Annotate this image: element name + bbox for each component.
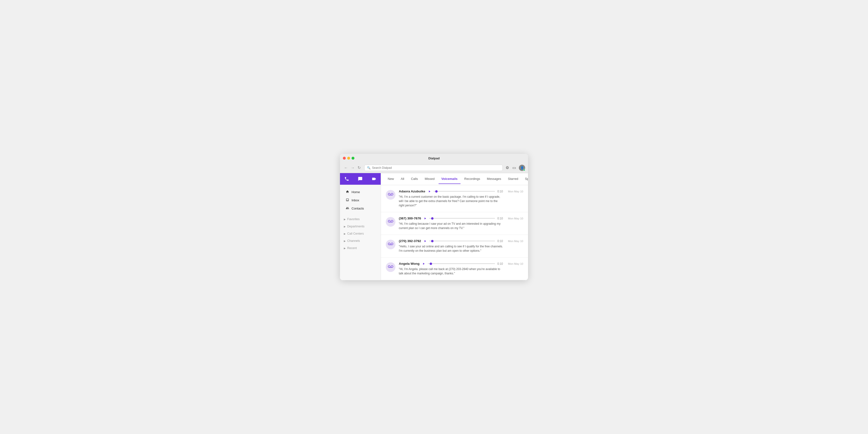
sidebar-phone-button[interactable]: [340, 173, 353, 185]
chevron-recent-icon: ▶: [344, 247, 346, 250]
sidebar-section-recent[interactable]: ▶ Recent: [340, 245, 381, 252]
online-status-dot: [523, 169, 525, 171]
voicemail-meta: Mon May 10: [506, 239, 523, 243]
voicemail-icon: [388, 241, 393, 248]
voicemail-transcript: "Hi, I'm Angela. please call me back at …: [399, 267, 503, 276]
voicemail-item: Angela Wong 0:10 "Hi, I'm Angel: [381, 257, 528, 280]
sidebar-section-label-recent: Recent: [347, 246, 357, 250]
window-controls: [343, 157, 354, 160]
voicemail-body: Adaora Azubuike 0:10 "Hi, I'm a: [399, 189, 503, 208]
tab-starred[interactable]: Starred: [505, 174, 521, 184]
scrubber-dot: [431, 217, 434, 220]
play-button[interactable]: [422, 262, 425, 266]
chevron-departments-icon: ▶: [344, 225, 346, 228]
voicemail-meta: Mon May 10: [506, 189, 523, 193]
tab-voicemails[interactable]: Voicemails: [439, 174, 461, 184]
voicemail-transcript: "Hello, I saw your ad online and am call…: [399, 244, 503, 253]
search-icon: 🔍: [367, 166, 371, 169]
sidebar-section-channels[interactable]: ▶ Channels: [340, 237, 381, 245]
scrubber-track[interactable]: [434, 191, 495, 192]
layout-button[interactable]: ▭: [512, 165, 517, 170]
tab-recordings[interactable]: Recordings: [462, 174, 483, 184]
voicemail-icon: [388, 219, 393, 225]
tab-bar: New All Calls Missed Voicemails Recordin…: [381, 173, 528, 185]
caller-name: (367) 300-7676: [399, 217, 421, 220]
audio-scrubber[interactable]: [434, 191, 495, 192]
scrubber-dot: [431, 240, 434, 242]
sidebar-main-nav: Home Inbox Contacts: [340, 185, 381, 216]
sidebar-item-contacts[interactable]: Contacts: [341, 205, 379, 212]
scrubber-dot: [435, 190, 438, 193]
tab-all[interactable]: All: [398, 174, 407, 184]
minimize-button[interactable]: [347, 157, 350, 160]
voicemail-header: Adaora Azubuike 0:10: [399, 189, 503, 193]
tab-missed[interactable]: Missed: [422, 174, 437, 184]
app-window: Dialpad ← → ↻ 🔍 ⚙ ▭ 👤: [340, 154, 528, 280]
settings-button[interactable]: ⚙: [505, 165, 509, 170]
sidebar-item-home[interactable]: Home: [341, 188, 379, 196]
sidebar-sections: ▶ Favorites ▶ Departments ▶ Call Centers…: [340, 216, 381, 252]
maximize-button[interactable]: [351, 157, 354, 160]
app-body: Home Inbox Contacts ▶: [340, 173, 528, 280]
sidebar-video-button[interactable]: [367, 173, 381, 185]
inbox-icon: [346, 198, 349, 202]
voicemail-body: (270) 392-3792 0:10 "Hello, I s: [399, 239, 503, 253]
caller-avatar: [386, 262, 396, 272]
main-content: New All Calls Missed Voicemails Recordin…: [381, 173, 528, 280]
forward-button[interactable]: →: [350, 165, 356, 170]
voicemail-icon: [388, 264, 393, 271]
scrubber-track[interactable]: [429, 218, 495, 219]
sidebar-section-favorites[interactable]: ▶ Favorites: [340, 216, 381, 223]
caller-name: Angela Wong: [399, 262, 420, 266]
audio-scrubber[interactable]: [428, 263, 495, 264]
vm-duration: 0:10: [497, 240, 503, 243]
voicemail-date: Mon May 10: [508, 190, 523, 193]
sidebar-section-label-callcenters: Call Centers: [347, 232, 364, 235]
caller-avatar: [386, 217, 396, 227]
voicemail-transcript: "Hi, I'm calling because I saw your ad o…: [399, 222, 503, 230]
tab-messages[interactable]: Messages: [484, 174, 504, 184]
voicemail-item: (367) 300-7676 0:10 "Hi, I'm ca: [381, 212, 528, 235]
search-input[interactable]: [372, 166, 500, 169]
play-button[interactable]: [424, 217, 427, 220]
voicemail-meta: Mon May 10: [506, 262, 523, 265]
voicemail-list: Adaora Azubuike 0:10 "Hi, I'm a: [381, 185, 528, 280]
sidebar: Home Inbox Contacts ▶: [340, 173, 381, 280]
voicemail-date: Mon May 10: [508, 217, 523, 220]
avatar-container: 👤: [519, 165, 525, 171]
scrubber-dot: [430, 262, 432, 265]
search-bar: 🔍: [364, 165, 503, 171]
tab-calls[interactable]: Calls: [408, 174, 421, 184]
caller-name: (270) 392-3792: [399, 239, 421, 243]
caller-avatar: [386, 190, 396, 199]
titlebar: Dialpad: [340, 154, 528, 162]
vm-duration: 0:10: [497, 190, 503, 193]
navigation-buttons: ← → ↻: [343, 165, 362, 170]
sidebar-item-inbox[interactable]: Inbox: [341, 196, 379, 204]
refresh-button[interactable]: ↻: [356, 165, 362, 170]
tab-new[interactable]: New: [385, 174, 397, 184]
vm-duration: 0:10: [497, 262, 503, 266]
tab-spam[interactable]: Spam: [522, 174, 528, 184]
scrubber-track[interactable]: [428, 263, 495, 264]
toolbar-right: ⚙ ▭ 👤: [505, 165, 525, 171]
sidebar-section-callcenters[interactable]: ▶ Call Centers: [340, 230, 381, 237]
chevron-channels-icon: ▶: [344, 240, 346, 242]
voicemail-date: Mon May 10: [508, 262, 523, 265]
play-button[interactable]: [424, 240, 427, 243]
voicemail-header: Angela Wong 0:10: [399, 262, 503, 266]
voicemail-icon: [388, 192, 393, 198]
sidebar-messages-button[interactable]: [353, 173, 367, 185]
close-button[interactable]: [343, 157, 346, 160]
caller-name: Adaora Azubuike: [399, 189, 425, 193]
sidebar-section-departments[interactable]: ▶ Departments: [340, 223, 381, 230]
home-icon: [346, 190, 349, 194]
back-button[interactable]: ←: [343, 165, 349, 170]
sidebar-section-label-channels: Channels: [347, 239, 360, 243]
audio-scrubber[interactable]: [429, 241, 495, 241]
audio-scrubber[interactable]: [429, 218, 495, 219]
voicemail-transcript: "Hi, I'm a current customer on the basic…: [399, 194, 503, 208]
scrubber-track[interactable]: [429, 241, 495, 241]
chevron-favorites-icon: ▶: [344, 218, 346, 221]
play-button[interactable]: [428, 190, 431, 193]
